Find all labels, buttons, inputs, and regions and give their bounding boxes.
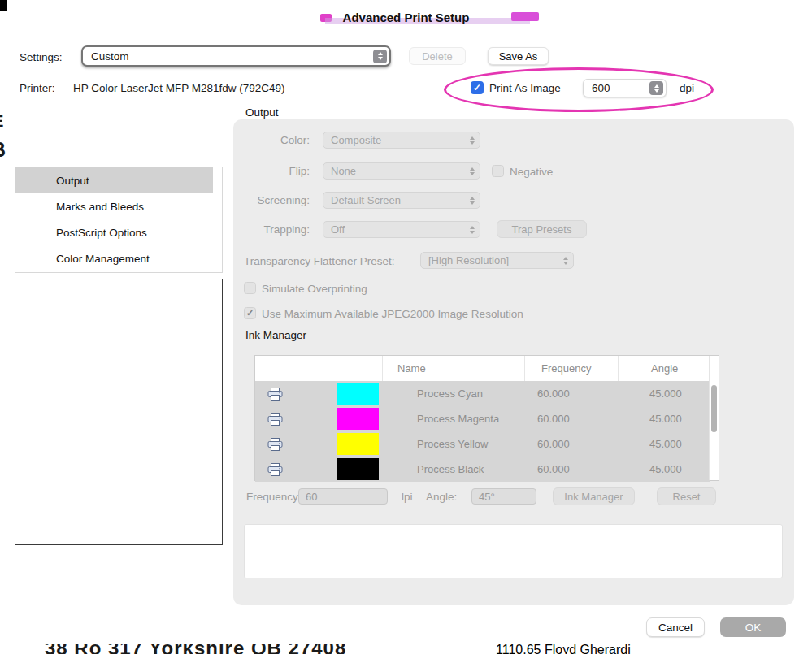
flattener-dropdown[interactable]: [High Resolution]: [420, 252, 574, 269]
simulate-overprinting-checkbox[interactable]: [244, 282, 256, 294]
sidebar-item-marks-and-bleeds[interactable]: Marks and Bleeds: [15, 193, 213, 219]
ink-table-body: Process Cyan 60.000 45.000 Process Magen…: [255, 381, 710, 482]
page-preview-box: [15, 279, 223, 545]
background-text-fragment: 38 Ro 317 Yorkshire QB 27408: [45, 644, 363, 654]
save-as-button[interactable]: Save As: [488, 47, 549, 65]
printer-label: Printer:: [20, 82, 55, 94]
ink-manager-button[interactable]: Ink Manager: [553, 487, 635, 505]
ink-table-scrollbar[interactable]: [709, 356, 719, 480]
sidebar-item-label: Color Management: [56, 253, 150, 265]
trap-presets-button[interactable]: Trap Presets: [497, 220, 587, 238]
sidebar-scrollbar[interactable]: [213, 167, 223, 273]
stepper-icon: [470, 136, 475, 145]
ink-angle: 45.000: [619, 438, 710, 450]
ink-row[interactable]: Process Cyan 60.000 45.000: [255, 381, 710, 406]
settings-label: Settings:: [20, 51, 63, 63]
dialog-title: Advanced Print Setup: [343, 11, 470, 24]
ink-table: Name Frequency Angle Process Cyan 60.000…: [254, 355, 719, 481]
frequency-input[interactable]: 60: [298, 488, 388, 505]
flip-label: Flip:: [212, 165, 310, 177]
header-icon-col: [255, 356, 328, 381]
header-angle: Angle: [619, 356, 710, 381]
ink-frequency: 60.000: [525, 463, 619, 475]
color-dropdown[interactable]: Composite: [323, 132, 480, 149]
dpi-dropdown[interactable]: 600: [583, 79, 667, 97]
jpeg2000-label: Use Maximum Available JPEG2000 Image Res…: [262, 308, 523, 320]
settings-preset-value: Custom: [83, 50, 373, 63]
background-fragment: [0, 0, 7, 11]
sidebar-item-label: Output: [56, 175, 89, 187]
dpi-value: 600: [584, 82, 649, 94]
ink-name: Process Cyan: [383, 388, 525, 400]
ink-swatch-cell: [328, 383, 383, 405]
check-icon: ✓: [473, 82, 481, 93]
ink-color-swatch: [337, 383, 379, 405]
ink-table-header: Name Frequency Angle: [255, 356, 710, 381]
background-text-fragment: B: [0, 138, 6, 162]
simulate-overprinting-label: Simulate Overprinting: [262, 283, 367, 295]
sidebar-item-label: PostScript Options: [56, 227, 147, 239]
color-label: Color:: [212, 134, 310, 146]
sidebar-item-label: Marks and Bleeds: [56, 201, 144, 213]
header-name: Name: [383, 356, 525, 381]
printer-icon: [255, 413, 328, 426]
printer-icon: [255, 388, 328, 401]
printer-name: HP Color LaserJet MFP M281fdw (792C49): [73, 82, 285, 94]
sidebar-item-output[interactable]: Output: [15, 167, 213, 193]
ink-row[interactable]: Process Magenta 60.000 45.000: [255, 406, 710, 431]
lpi-unit-label: lpi: [402, 491, 413, 503]
ink-angle: 45.000: [619, 413, 710, 425]
ink-row[interactable]: Process Yellow 60.000 45.000: [255, 431, 710, 457]
negative-checkbox[interactable]: [492, 165, 504, 177]
reset-button[interactable]: Reset: [657, 487, 716, 505]
screening-label: Screening:: [212, 194, 310, 206]
ink-angle: 45.000: [619, 388, 710, 400]
ink-frequency: 60.000: [525, 438, 619, 450]
cancel-button[interactable]: Cancel: [646, 617, 705, 637]
scrollbar-thumb[interactable]: [711, 385, 717, 432]
background-text-fragment: 1110.65 Floyd Gherardi: [496, 643, 631, 654]
screening-dropdown[interactable]: Default Screen: [323, 192, 480, 209]
negative-label: Negative: [510, 166, 553, 178]
jpeg2000-checkbox[interactable]: ✓: [244, 307, 256, 319]
stepper-icon: [649, 81, 663, 95]
flip-dropdown[interactable]: None: [323, 162, 480, 180]
sidebar-item-color-management[interactable]: Color Management: [15, 245, 213, 271]
stepper-icon: [563, 257, 568, 265]
ink-manager-heading: Ink Manager: [245, 329, 306, 341]
dialog-titlebar: Advanced Print Setup: [0, 11, 812, 25]
annotation-ellipse: [444, 67, 714, 112]
stepper-icon: [470, 197, 475, 205]
ink-row[interactable]: Process Black 60.000 45.000: [255, 457, 710, 482]
flattener-label: Transparency Flattener Preset:: [244, 255, 395, 267]
settings-preset-dropdown[interactable]: Custom: [81, 45, 391, 67]
ink-frequency: 60.000: [525, 413, 619, 425]
ink-color-swatch: [337, 433, 379, 455]
background-letter: B: [0, 138, 6, 162]
background-text: 38 Ro 317 Yorkshire QB 27408: [45, 644, 363, 654]
color-value: Composite: [323, 134, 470, 146]
ok-button[interactable]: OK: [720, 617, 786, 637]
settings-category-list: Output Marks and Bleeds PostScript Optio…: [15, 167, 214, 273]
trapping-label: Trapping:: [212, 223, 310, 236]
ink-color-swatch: [337, 408, 379, 430]
title-highlight-right: [511, 12, 539, 21]
printer-icon: [255, 463, 328, 476]
delete-button[interactable]: Delete: [409, 47, 466, 65]
panel-heading: Output: [245, 106, 279, 119]
frequency-label: Frequency:: [246, 491, 302, 503]
stepper-icon: [470, 167, 475, 175]
stepper-icon: [373, 50, 387, 63]
ink-color-swatch: [337, 458, 379, 480]
flip-value: None: [323, 165, 470, 177]
ink-swatch-cell: [328, 458, 383, 480]
background-text-fragment: E: [0, 112, 5, 130]
check-icon: ✓: [246, 308, 254, 318]
ink-name: Process Magenta: [383, 413, 525, 425]
angle-input[interactable]: 45°: [471, 488, 536, 505]
sidebar-item-postscript-options[interactable]: PostScript Options: [15, 219, 213, 245]
print-as-image-checkbox[interactable]: ✓: [471, 81, 484, 94]
background-bottom-strip: 38 Ro 317 Yorkshire QB 27408 1110.65 Flo…: [0, 639, 812, 654]
print-as-image-label: Print As Image: [489, 82, 561, 94]
trapping-dropdown[interactable]: Off: [323, 221, 480, 238]
